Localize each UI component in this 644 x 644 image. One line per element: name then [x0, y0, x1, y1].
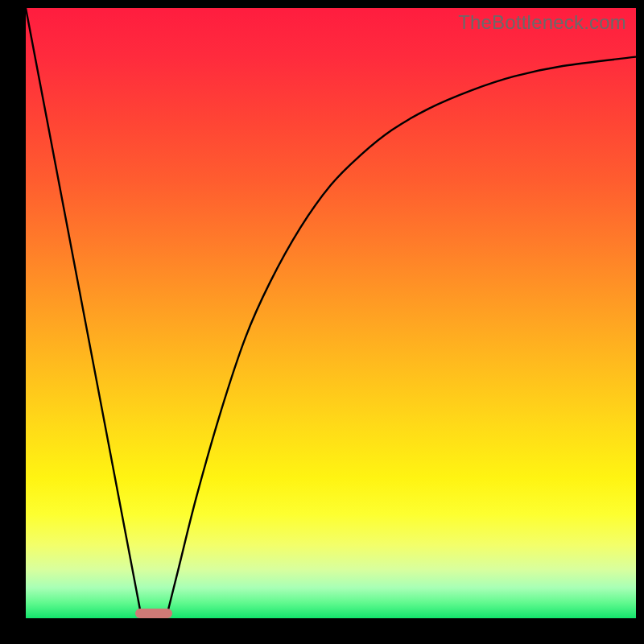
- curve-left: [26, 8, 142, 618]
- minimum-marker: [135, 609, 171, 618]
- chart-frame: TheBottleneck.com: [0, 0, 644, 644]
- curve-svg: [26, 8, 636, 618]
- plot-area: TheBottleneck.com: [26, 8, 636, 618]
- curve-right: [166, 57, 636, 618]
